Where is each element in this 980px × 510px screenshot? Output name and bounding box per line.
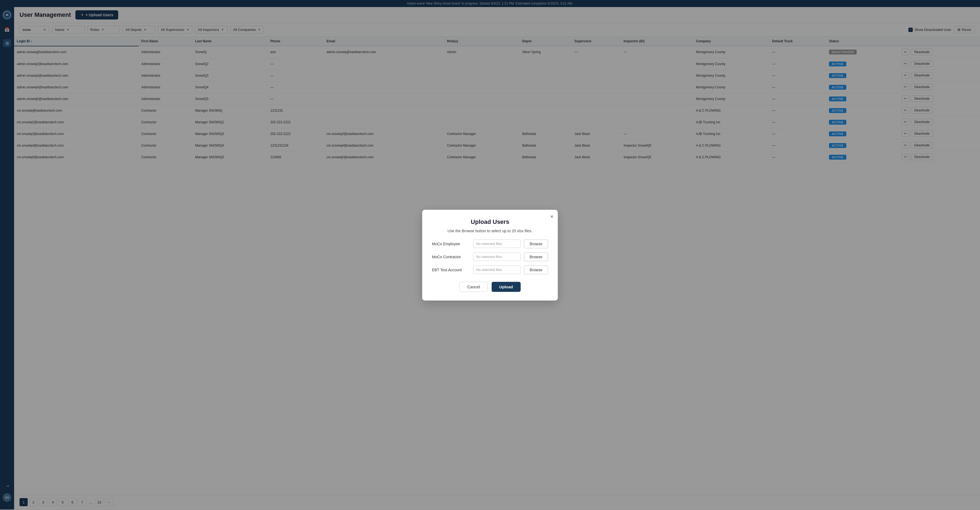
file-upload-row-moco-employee: MoCo Employee No selected files Browse	[432, 240, 548, 248]
modal-upload-button[interactable]: Upload	[492, 282, 521, 292]
browse-button-moco-employee[interactable]: Browse	[524, 240, 548, 248]
browse-button-ebt-test[interactable]: Browse	[524, 265, 548, 274]
modal-actions: Cancel Upload	[432, 282, 548, 292]
modal-close-button[interactable]: ×	[550, 213, 554, 220]
file-upload-row-ebt-test: EBT Test Account No selected files Brows…	[432, 265, 548, 274]
file-label-moco-contractor: MoCo Contractor	[432, 255, 470, 259]
file-input-ebt-test: No selected files	[473, 265, 521, 274]
file-upload-row-moco-contractor: MoCo Contractor No selected files Browse	[432, 253, 548, 261]
file-label-moco-employee: MoCo Employee	[432, 242, 470, 246]
file-input-moco-employee: No selected files	[473, 240, 521, 248]
modal-cancel-button[interactable]: Cancel	[459, 282, 488, 292]
modal-overlay[interactable]: × Upload Users Use the Browse button to …	[0, 0, 980, 510]
modal-subtitle: Use the Browse button to select up to 20…	[432, 229, 548, 233]
modal-title: Upload Users	[432, 218, 548, 226]
browse-button-moco-contractor[interactable]: Browse	[524, 253, 548, 261]
file-input-moco-contractor: No selected files	[473, 253, 521, 261]
file-label-ebt-test: EBT Test Account	[432, 268, 470, 272]
upload-users-modal: × Upload Users Use the Browse button to …	[422, 210, 558, 300]
